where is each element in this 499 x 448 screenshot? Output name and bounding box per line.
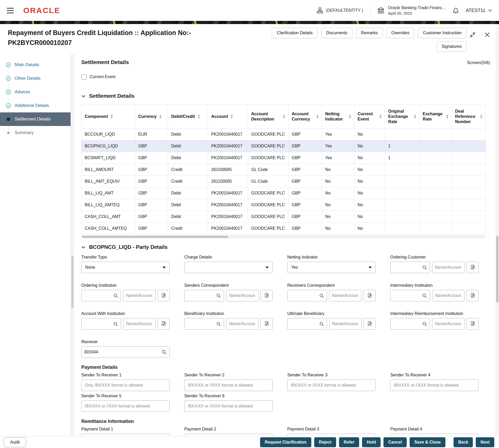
signatures-button[interactable]: Signatures [437, 41, 467, 52]
column-header-deal-reference-number[interactable]: Deal Reference Number [452, 105, 486, 129]
remarks-button[interactable]: Remarks [356, 28, 383, 38]
payment-detail-2-input[interactable] [184, 434, 273, 436]
receivers-correspondent-code-input[interactable] [287, 290, 327, 301]
save-close-button[interactable]: Save & Close [410, 437, 445, 447]
receiver-value-input[interactable] [84, 350, 160, 354]
collapse-section-icon[interactable] [81, 95, 85, 97]
customer-instruction-button[interactable]: Customer Instruction [418, 28, 467, 38]
ordering-institution-name-input[interactable] [126, 293, 153, 298]
back-button[interactable]: Back [454, 437, 473, 447]
column-header-original-exchange-rate[interactable]: Original Exchange Rate [385, 105, 420, 129]
charge-details-select[interactable] [184, 262, 273, 273]
table-row-bccour-liqd[interactable]: BCCOUR_LIQDEURDebitPK20010440017GOODCARE… [82, 129, 486, 140]
entity-selector[interactable]: (DEFAULTENTITY ) [317, 7, 363, 14]
ordering-customer-details-button[interactable] [467, 262, 479, 273]
hold-button[interactable]: Hold [362, 437, 381, 447]
beneficiary-institution-name-input[interactable] [229, 321, 256, 326]
user-menu[interactable]: ATEST11 [466, 8, 492, 13]
column-header-debit-credit[interactable]: Debit/Credit [168, 105, 208, 129]
next-button[interactable]: Next [476, 437, 494, 447]
sidebar-item-main-details[interactable]: Main Details [0, 58, 71, 72]
overrides-button[interactable]: Overrides [386, 28, 414, 38]
sidebar-item-additional-details[interactable]: Additional Details [0, 99, 71, 112]
column-header-currency[interactable]: Currency [135, 105, 168, 129]
ordering-institution-code-input[interactable] [81, 290, 121, 301]
sidebar-item-other-details[interactable]: Other Details [0, 72, 71, 85]
page-title: Repayment of Buyers Credit Liquidation :… [8, 28, 191, 52]
audit-button[interactable]: Audit [4, 437, 26, 447]
intermediary-institution-code-input[interactable] [390, 290, 430, 301]
sidebar-item-settlement-details[interactable]: Settlement Details [0, 112, 71, 126]
table-row-cash-coll-amt[interactable]: CASH_COLL_AMTGBPDebitPK20010440017GOODCA… [82, 211, 486, 223]
account-with-institution-details-button[interactable] [158, 318, 170, 330]
request-clarification-button[interactable]: Request Clarification [260, 437, 311, 447]
scrollbar-thumb[interactable] [496, 236, 498, 303]
ordering-institution-details-button[interactable] [158, 290, 170, 301]
scrollbar-thumb[interactable] [82, 236, 228, 238]
account-with-institution-name-input[interactable] [126, 321, 153, 326]
column-header-exchange-rate[interactable]: Exchange Rate [420, 105, 452, 129]
table-row-bcswift-liqd[interactable]: BCSWIFT_LIQDGBPDebitPK20010440017GOODCAR… [82, 152, 486, 164]
collapse-section-icon[interactable] [81, 246, 85, 249]
intermediary-reimbursement-institution-code-input[interactable] [390, 318, 430, 330]
sidebar-scrollbar[interactable] [71, 54, 74, 436]
scrollbar-thumb[interactable] [71, 256, 73, 308]
column-header-netting-indicator[interactable]: Netting Indicator [322, 105, 354, 129]
ordering-customer-code-input[interactable] [390, 262, 430, 273]
senders-correspondent-name-input[interactable] [229, 293, 256, 298]
sender-to-receiver-6-input[interactable] [184, 400, 273, 412]
ultimate-beneficiary-code-input[interactable] [287, 318, 327, 330]
payment-detail-1-input[interactable] [81, 434, 170, 436]
documents-button[interactable]: Documents [321, 28, 352, 38]
beneficiary-institution-details-button[interactable] [261, 318, 273, 330]
hamburger-menu-icon[interactable] [7, 8, 14, 13]
ultimate-beneficiary-details-button[interactable] [364, 318, 376, 330]
column-header-account-currency[interactable]: Account Currency [289, 105, 322, 129]
receiver-input[interactable] [81, 346, 170, 358]
payment-detail-3-input[interactable] [287, 434, 376, 436]
page-scrollbar[interactable] [496, 24, 499, 448]
column-header-account[interactable]: Account [208, 105, 248, 129]
sender-to-receiver-4-input[interactable] [390, 380, 479, 391]
receivers-correspondent-name-input[interactable] [332, 293, 359, 298]
intermediary-institution-details-button[interactable] [467, 290, 479, 301]
refer-button[interactable]: Refer [339, 437, 359, 447]
sidebar-item-summary[interactable]: Summary [0, 126, 71, 140]
table-row-bill-amt-equiv[interactable]: BILL_AMT_EQUIVGBPCredit261100005GL CodeG… [82, 176, 486, 187]
cancel-button[interactable]: Cancel [383, 437, 406, 447]
notifications-bell-icon[interactable] [452, 7, 459, 14]
current-event-checkbox[interactable] [81, 74, 87, 79]
account-with-institution-code-input[interactable] [81, 318, 121, 330]
collapse-window-icon[interactable] [469, 31, 476, 38]
table-row-cash-coll-amteq[interactable]: CASH_COLL_AMTEQGBPCreditPK20010440017GOO… [82, 223, 486, 234]
table-row-bill-liq-amt[interactable]: BILL_LIQ_AMTGBPDebitPK20010440017GOODCAR… [82, 187, 486, 199]
table-row-bill-amount[interactable]: BILL_AMOUNTGBPCredit261100005GL CodeGBPN… [82, 164, 486, 176]
payment-detail-4-input[interactable] [390, 434, 479, 436]
intermediary-reimbursement-institution-name-input[interactable] [435, 321, 462, 326]
sender-to-receiver-3-field: Sender To Receiver 3 [287, 373, 376, 391]
table-horizontal-scrollbar[interactable] [81, 235, 486, 238]
sender-to-receiver-3-input[interactable] [287, 380, 376, 391]
ordering-customer-name-input[interactable] [435, 265, 462, 270]
sender-to-receiver-5-input[interactable] [81, 400, 170, 412]
column-header-account-description[interactable]: Account Description [248, 105, 289, 129]
ultimate-beneficiary-name-input[interactable] [332, 321, 359, 326]
sender-to-receiver-1-input[interactable] [81, 380, 170, 391]
senders-correspondent-details-button[interactable] [261, 290, 273, 301]
senders-correspondent-code-input[interactable] [184, 290, 224, 301]
intermediary-institution-name-input[interactable] [435, 293, 462, 298]
column-header-component[interactable]: Component [82, 105, 135, 129]
receivers-correspondent-details-button[interactable] [364, 290, 376, 301]
netting-indicator-select[interactable]: Yes [287, 262, 376, 273]
sidebar-item-advices[interactable]: Advices [0, 85, 71, 99]
column-header-current-event[interactable]: Current Event [354, 105, 385, 129]
close-icon[interactable] [484, 32, 490, 38]
table-row-bill-liq-amteq[interactable]: BILL_LIQ_AMTEQGBPDebitPK20010440017GOODC… [82, 199, 486, 211]
intermediary-reimbursement-institution-details-button[interactable] [467, 318, 479, 330]
reject-button[interactable]: Reject [314, 437, 336, 447]
beneficiary-institution-code-input[interactable] [184, 318, 224, 330]
sender-to-receiver-2-input[interactable] [184, 380, 273, 391]
clarification-details-button[interactable]: Clarification Details [272, 28, 318, 38]
table-row-bcopncg-liqd[interactable]: BCOPNCG_LIQDGBPDebitPK20010440017GOODCAR… [82, 140, 486, 152]
transfer-type-select[interactable]: None [81, 262, 170, 273]
